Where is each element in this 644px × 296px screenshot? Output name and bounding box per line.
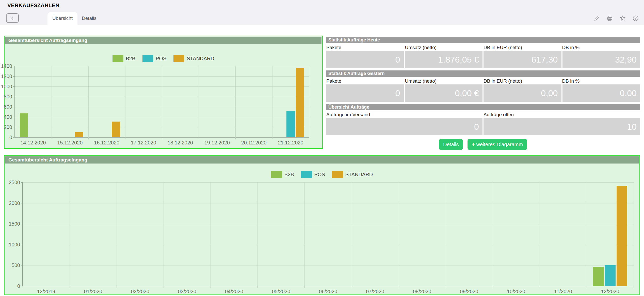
gridline	[199, 66, 199, 137]
stats-column-label: DB in %	[562, 45, 640, 50]
x-tick	[88, 137, 89, 139]
legend-label: POS	[156, 56, 166, 62]
legend-item-standard[interactable]: STANDARD	[173, 55, 214, 62]
legend-swatch	[271, 171, 282, 178]
legend-item-b2b[interactable]: B2B	[112, 55, 135, 62]
gridline	[23, 265, 634, 265]
x-tick	[399, 286, 399, 288]
gridline	[235, 66, 236, 137]
back-button[interactable]	[6, 13, 19, 23]
app-window: VERKAUFSZAHLEN Übersicht Details	[0, 0, 644, 296]
stats-sections: Statistik Aufträge HeutePaketeUmsatz (ne…	[326, 37, 640, 135]
x-tick	[272, 137, 272, 139]
chart-title-monthly: Gesamtübersicht Auftragseingang	[5, 156, 639, 164]
x-tick	[164, 286, 164, 288]
stats-buttons-row: Details + weiteres Diagaramm	[326, 139, 640, 150]
x-tick-label: 15.12.2020	[52, 140, 88, 146]
x-tick	[15, 137, 15, 139]
gridline	[540, 182, 540, 286]
stats-value-cell: 0	[326, 51, 404, 68]
x-tick	[446, 286, 446, 288]
print-button[interactable]	[606, 14, 614, 22]
gridline	[587, 182, 587, 286]
edit-button[interactable]	[593, 14, 601, 22]
legend-item-standard[interactable]: STANDARD	[332, 171, 373, 178]
legend-item-pos[interactable]: POS	[301, 171, 325, 178]
bar-standard-12/2020[interactable]	[617, 186, 627, 286]
y-tick-label: 1000	[6, 242, 20, 248]
x-tick	[587, 286, 587, 288]
gridline	[23, 224, 634, 224]
stats-section-title: Übersicht Aufträge	[326, 104, 640, 110]
stats-label-row: PaketeUmsatz (netto)DB in EUR (netto)DB …	[326, 44, 640, 51]
stats-section: Übersicht AufträgeAufträge im VersandAuf…	[326, 104, 640, 135]
stats-column-label: Aufträge im Versand	[326, 112, 483, 117]
gridline	[164, 182, 164, 286]
legend-item-b2b[interactable]: B2B	[271, 171, 294, 178]
gridline	[70, 182, 70, 286]
add-diagram-button[interactable]: + weiteres Diagaramm	[468, 139, 527, 150]
stats-value-row: 00,00 €0,000,00	[326, 84, 640, 102]
gridline	[23, 245, 634, 245]
stats-column-label: Pakete	[326, 78, 405, 84]
legend-swatch	[301, 171, 312, 178]
x-tick-label: 12/2019	[23, 289, 70, 294]
stats-label-row: Aufträge im VersandAufträge offen	[326, 111, 640, 118]
x-axis-line	[13, 137, 309, 138]
bar-standard-15.12.2020[interactable]	[75, 132, 83, 137]
stats-label-row: PaketeUmsatz (netto)DB in EUR (netto)DB …	[326, 78, 640, 84]
x-tick-label: 20.12.2020	[235, 140, 272, 146]
bar-b2b-14.12.2020[interactable]	[20, 113, 28, 137]
stats-section-title: Statistik Aufträge Heute	[326, 37, 640, 43]
gridline	[257, 182, 258, 286]
tab-details[interactable]: Details	[77, 12, 101, 25]
x-tick	[352, 286, 352, 288]
stats-value-cell: 0,00 €	[405, 84, 483, 102]
chart-plot-monthly: 0500100015002000250012/201901/202002/202…	[23, 182, 634, 286]
bar-standard-21.12.2020[interactable]	[296, 68, 304, 137]
y-tick-label: 200	[0, 124, 12, 130]
legend-swatch	[142, 55, 153, 62]
stats-value-cell: 0,00	[562, 84, 640, 102]
bar-b2b-12/2020[interactable]	[593, 267, 604, 286]
x-tick	[199, 137, 199, 139]
legend-label: STANDARD	[345, 172, 373, 177]
x-tick-label: 17.12.2020	[125, 140, 162, 146]
print-icon	[606, 15, 613, 22]
stats-value-cell: 0	[326, 118, 482, 135]
chart-panel-monthly: Gesamtübersicht Auftragseingang B2BPOSST…	[4, 155, 640, 295]
legend-label: B2B	[284, 172, 294, 177]
stats-section-title: Statistik Aufträge Gestern	[326, 70, 640, 77]
chart-plot-daily: 020040060080010001200140014.12.202015.12…	[15, 66, 309, 137]
x-tick	[304, 286, 305, 288]
legend-label: STANDARD	[187, 56, 214, 62]
x-tick-label: 14.12.2020	[15, 140, 52, 146]
y-tick	[21, 286, 23, 286]
y-tick-label: 1500	[6, 221, 20, 227]
bar-standard-16.12.2020[interactable]	[112, 122, 120, 137]
legend-item-pos[interactable]: POS	[142, 55, 166, 62]
gridline	[634, 182, 634, 286]
favorite-icon	[619, 15, 626, 22]
help-button[interactable]	[632, 14, 639, 22]
x-tick	[125, 137, 125, 139]
y-tick-label: 0	[6, 283, 20, 289]
page-title: VERKAUFSZAHLEN	[7, 2, 59, 8]
chart-legend-monthly: B2BPOSSTANDARD	[5, 171, 639, 178]
tab-uebersicht[interactable]: Übersicht	[47, 12, 77, 25]
bar-pos-21.12.2020[interactable]	[286, 111, 295, 137]
legend-swatch	[173, 55, 184, 62]
y-tick-label: 1400	[0, 63, 12, 69]
x-tick-label: 10/2020	[493, 289, 540, 294]
y-axis-line	[22, 182, 23, 286]
favorite-button[interactable]	[619, 14, 626, 22]
y-tick-label: 1000	[0, 84, 12, 90]
x-tick	[52, 137, 52, 139]
stats-section: Statistik Aufträge GesternPaketeUmsatz (…	[326, 70, 640, 102]
stats-value-cell: 0,00	[484, 84, 561, 102]
help-icon	[632, 15, 639, 22]
x-tick-label: 08/2020	[399, 289, 446, 294]
x-tick	[540, 286, 540, 288]
bar-pos-12/2020[interactable]	[605, 265, 615, 286]
details-button[interactable]: Details	[439, 139, 463, 150]
